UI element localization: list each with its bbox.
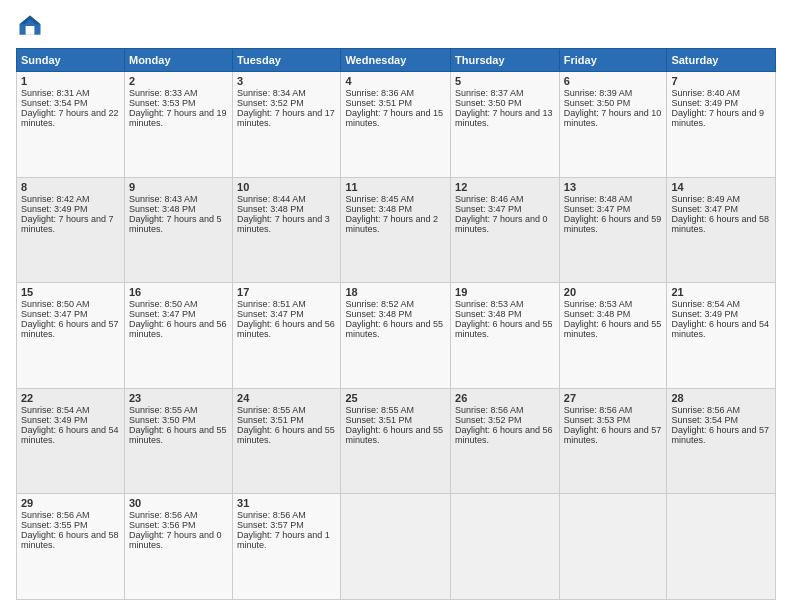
day-cell: 23Sunrise: 8:55 AMSunset: 3:50 PMDayligh… (124, 388, 232, 494)
day-cell: 29Sunrise: 8:56 AMSunset: 3:55 PMDayligh… (17, 494, 125, 600)
day-cell: 24Sunrise: 8:55 AMSunset: 3:51 PMDayligh… (233, 388, 341, 494)
day-cell: 13Sunrise: 8:48 AMSunset: 3:47 PMDayligh… (559, 177, 667, 283)
daylight-text: Daylight: 7 hours and 1 minute. (237, 530, 330, 550)
day-cell: 30Sunrise: 8:56 AMSunset: 3:56 PMDayligh… (124, 494, 232, 600)
sunset-text: Sunset: 3:49 PM (21, 204, 88, 214)
day-number: 27 (564, 392, 663, 404)
sunset-text: Sunset: 3:56 PM (129, 520, 196, 530)
sunrise-text: Sunrise: 8:53 AM (455, 299, 524, 309)
day-number: 16 (129, 286, 228, 298)
sunset-text: Sunset: 3:51 PM (237, 415, 304, 425)
day-number: 5 (455, 75, 555, 87)
sunset-text: Sunset: 3:54 PM (21, 98, 88, 108)
day-number: 7 (671, 75, 771, 87)
sunrise-text: Sunrise: 8:43 AM (129, 194, 198, 204)
day-cell: 21Sunrise: 8:54 AMSunset: 3:49 PMDayligh… (667, 283, 776, 389)
day-cell: 22Sunrise: 8:54 AMSunset: 3:49 PMDayligh… (17, 388, 125, 494)
sunset-text: Sunset: 3:49 PM (21, 415, 88, 425)
day-cell: 17Sunrise: 8:51 AMSunset: 3:47 PMDayligh… (233, 283, 341, 389)
sunrise-text: Sunrise: 8:53 AM (564, 299, 633, 309)
sunset-text: Sunset: 3:48 PM (455, 309, 522, 319)
sunrise-text: Sunrise: 8:33 AM (129, 88, 198, 98)
day-number: 2 (129, 75, 228, 87)
day-cell: 1Sunrise: 8:31 AMSunset: 3:54 PMDaylight… (17, 72, 125, 178)
daylight-text: Daylight: 6 hours and 55 minutes. (345, 425, 443, 445)
daylight-text: Daylight: 6 hours and 54 minutes. (21, 425, 119, 445)
day-cell (559, 494, 667, 600)
day-number: 11 (345, 181, 446, 193)
day-cell: 2Sunrise: 8:33 AMSunset: 3:53 PMDaylight… (124, 72, 232, 178)
day-number: 29 (21, 497, 120, 509)
sunset-text: Sunset: 3:51 PM (345, 415, 412, 425)
sunrise-text: Sunrise: 8:55 AM (237, 405, 306, 415)
col-header-monday: Monday (124, 49, 232, 72)
svg-rect-3 (26, 26, 35, 35)
sunset-text: Sunset: 3:53 PM (129, 98, 196, 108)
daylight-text: Daylight: 6 hours and 55 minutes. (129, 425, 227, 445)
day-cell: 27Sunrise: 8:56 AMSunset: 3:53 PMDayligh… (559, 388, 667, 494)
sunrise-text: Sunrise: 8:40 AM (671, 88, 740, 98)
day-number: 23 (129, 392, 228, 404)
calendar-header: SundayMondayTuesdayWednesdayThursdayFrid… (17, 49, 776, 72)
day-number: 3 (237, 75, 336, 87)
header (16, 12, 776, 40)
day-number: 30 (129, 497, 228, 509)
day-cell: 16Sunrise: 8:50 AMSunset: 3:47 PMDayligh… (124, 283, 232, 389)
sunset-text: Sunset: 3:48 PM (564, 309, 631, 319)
sunrise-text: Sunrise: 8:34 AM (237, 88, 306, 98)
day-cell: 10Sunrise: 8:44 AMSunset: 3:48 PMDayligh… (233, 177, 341, 283)
sunset-text: Sunset: 3:50 PM (129, 415, 196, 425)
day-cell: 31Sunrise: 8:56 AMSunset: 3:57 PMDayligh… (233, 494, 341, 600)
daylight-text: Daylight: 7 hours and 10 minutes. (564, 108, 662, 128)
day-cell: 11Sunrise: 8:45 AMSunset: 3:48 PMDayligh… (341, 177, 451, 283)
day-number: 19 (455, 286, 555, 298)
sunset-text: Sunset: 3:47 PM (129, 309, 196, 319)
daylight-text: Daylight: 6 hours and 57 minutes. (671, 425, 769, 445)
daylight-text: Daylight: 6 hours and 58 minutes. (671, 214, 769, 234)
sunset-text: Sunset: 3:57 PM (237, 520, 304, 530)
sunrise-text: Sunrise: 8:56 AM (21, 510, 90, 520)
day-cell (667, 494, 776, 600)
daylight-text: Daylight: 7 hours and 7 minutes. (21, 214, 114, 234)
daylight-text: Daylight: 6 hours and 55 minutes. (455, 319, 553, 339)
daylight-text: Daylight: 7 hours and 17 minutes. (237, 108, 335, 128)
daylight-text: Daylight: 7 hours and 9 minutes. (671, 108, 764, 128)
daylight-text: Daylight: 6 hours and 57 minutes. (564, 425, 662, 445)
day-number: 9 (129, 181, 228, 193)
day-cell (451, 494, 560, 600)
daylight-text: Daylight: 7 hours and 22 minutes. (21, 108, 119, 128)
day-number: 6 (564, 75, 663, 87)
sunset-text: Sunset: 3:48 PM (345, 309, 412, 319)
daylight-text: Daylight: 6 hours and 58 minutes. (21, 530, 119, 550)
day-cell: 20Sunrise: 8:53 AMSunset: 3:48 PMDayligh… (559, 283, 667, 389)
col-header-sunday: Sunday (17, 49, 125, 72)
day-number: 25 (345, 392, 446, 404)
col-header-wednesday: Wednesday (341, 49, 451, 72)
day-number: 26 (455, 392, 555, 404)
sunrise-text: Sunrise: 8:56 AM (129, 510, 198, 520)
sunrise-text: Sunrise: 8:42 AM (21, 194, 90, 204)
day-number: 17 (237, 286, 336, 298)
sunset-text: Sunset: 3:47 PM (21, 309, 88, 319)
day-number: 14 (671, 181, 771, 193)
daylight-text: Daylight: 7 hours and 0 minutes. (455, 214, 548, 234)
day-number: 22 (21, 392, 120, 404)
col-header-saturday: Saturday (667, 49, 776, 72)
day-cell: 7Sunrise: 8:40 AMSunset: 3:49 PMDaylight… (667, 72, 776, 178)
logo-icon (16, 12, 44, 40)
day-cell: 12Sunrise: 8:46 AMSunset: 3:47 PMDayligh… (451, 177, 560, 283)
daylight-text: Daylight: 6 hours and 55 minutes. (564, 319, 662, 339)
day-cell: 19Sunrise: 8:53 AMSunset: 3:48 PMDayligh… (451, 283, 560, 389)
week-row-4: 22Sunrise: 8:54 AMSunset: 3:49 PMDayligh… (17, 388, 776, 494)
daylight-text: Daylight: 6 hours and 55 minutes. (237, 425, 335, 445)
sunrise-text: Sunrise: 8:56 AM (237, 510, 306, 520)
sunrise-text: Sunrise: 8:54 AM (21, 405, 90, 415)
sunrise-text: Sunrise: 8:49 AM (671, 194, 740, 204)
sunrise-text: Sunrise: 8:36 AM (345, 88, 414, 98)
logo (16, 12, 48, 40)
day-cell: 15Sunrise: 8:50 AMSunset: 3:47 PMDayligh… (17, 283, 125, 389)
day-number: 8 (21, 181, 120, 193)
day-number: 15 (21, 286, 120, 298)
daylight-text: Daylight: 6 hours and 56 minutes. (129, 319, 227, 339)
sunrise-text: Sunrise: 8:56 AM (455, 405, 524, 415)
